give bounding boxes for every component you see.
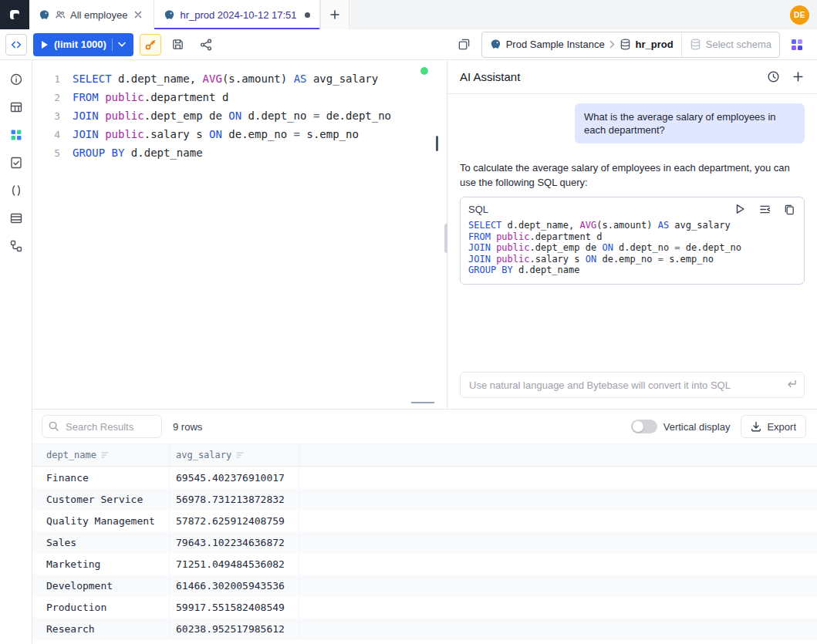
history-button[interactable] <box>766 70 780 84</box>
panel-layout-button[interactable] <box>454 34 475 56</box>
tab-all-employee[interactable]: All employee <box>29 0 154 29</box>
connection-status-dot <box>420 67 428 75</box>
table-row: Sales79643.102234636872 <box>32 531 817 553</box>
play-icon <box>41 40 49 49</box>
code-line[interactable]: 5GROUP BY d.dept_name <box>32 143 447 162</box>
postgres-icon <box>39 9 50 21</box>
table-cell[interactable]: Sales <box>32 531 170 553</box>
sql-code-card: SQL SELECT d.dept_name, AVG(s.amount) AS… <box>460 197 805 285</box>
instance-database-selector[interactable]: Prod Sample Instance hr_prod <box>482 32 681 57</box>
table-cell[interactable]: 69545.402376910017 <box>170 467 299 488</box>
run-query-button[interactable]: (limit 1000) <box>33 33 133 56</box>
ai-natural-language-input[interactable] <box>460 372 805 398</box>
sql-editor-app: All employee hr_prod 2024-10-12 17:51 DE… <box>0 0 817 644</box>
ai-sql-code[interactable]: SELECT d.dept_name, AVG(s.amount) AS avg… <box>461 217 804 284</box>
workflow-icon <box>9 239 23 253</box>
code-line[interactable]: 2FROM public.department d <box>32 88 447 106</box>
info-icon <box>9 72 23 86</box>
info-sidebar-button[interactable] <box>3 66 29 93</box>
column-header-dept_name[interactable]: dept_name <box>32 444 170 466</box>
admin-key-button[interactable] <box>140 34 161 56</box>
table-cell[interactable]: 60238.952517985612 <box>170 618 299 639</box>
schema-selector[interactable]: Select schema <box>681 32 779 57</box>
save-icon <box>171 38 184 51</box>
schema-diagram-icon <box>790 38 804 52</box>
table-cell[interactable]: 57872.625912408759 <box>170 510 299 531</box>
table-row: Finance69545.402376910017 <box>32 467 817 488</box>
close-icon[interactable] <box>132 8 144 21</box>
column-header-avg_salary[interactable]: avg_salary <box>170 444 299 466</box>
new-tab-button[interactable] <box>320 0 349 29</box>
ai-assistant-title: AI Assistant <box>460 70 755 83</box>
database-name: hr_prod <box>636 39 674 50</box>
chevron-right-icon <box>609 40 615 49</box>
new-chat-button[interactable] <box>791 70 805 84</box>
line-number: 3 <box>32 110 60 122</box>
users-icon <box>55 9 66 20</box>
workflow-sidebar-button[interactable] <box>3 233 29 259</box>
sheets-sidebar-button[interactable] <box>3 150 29 176</box>
save-button[interactable] <box>167 34 189 56</box>
table-cell[interactable]: 71251.049484536082 <box>170 553 299 575</box>
column-header-label: avg_salary <box>176 450 231 460</box>
user-avatar[interactable]: DE <box>790 5 809 25</box>
ai-code-line: SELECT d.dept_name, AVG(s.amount) AS avg… <box>468 220 796 231</box>
code-line[interactable]: 4JOIN public.salary s ON de.emp_no = s.e… <box>32 125 447 143</box>
bytebase-logo-icon[interactable] <box>0 0 29 29</box>
run-sql-button[interactable] <box>733 202 747 216</box>
table-row: Research60238.952517985612 <box>32 618 817 639</box>
search-results-input[interactable] <box>42 415 162 438</box>
functions-sidebar-button[interactable] <box>3 177 29 204</box>
sort-icon[interactable] <box>236 451 245 459</box>
vertical-display-toggle[interactable] <box>631 420 657 433</box>
table-cell[interactable]: 61466.302005943536 <box>170 575 299 596</box>
code-line[interactable]: 3JOIN public.dept_emp de ON d.dept_no = … <box>32 106 447 125</box>
results-table: dept_nameavg_salary Finance69545.4023769… <box>32 443 817 639</box>
table-icon <box>9 100 23 114</box>
tables-sidebar-button[interactable] <box>3 94 29 120</box>
ai-code-line: JOIN public.dept_emp de ON d.dept_no = d… <box>468 242 796 254</box>
share-button[interactable] <box>195 34 217 56</box>
editor-scrollbar-thumb[interactable] <box>436 136 438 151</box>
export-label: Export <box>767 421 796 433</box>
sort-icon[interactable] <box>101 451 110 459</box>
table-row: Production59917.551582408549 <box>32 596 817 618</box>
assistant-answer-text: To calculate the average salary of emplo… <box>460 160 805 190</box>
table-cell[interactable]: Marketing <box>32 553 170 575</box>
sql-editor[interactable]: 1SELECT d.dept_name, AVG(s.amount) AS av… <box>32 60 447 409</box>
copy-sql-button[interactable] <box>782 202 796 216</box>
results-panel: 9 rows Vertical display Export dept_name… <box>32 410 817 644</box>
vertical-display-label: Vertical display <box>663 421 731 433</box>
table-cell[interactable]: Production <box>32 596 170 618</box>
table-cell[interactable]: Research <box>32 618 170 639</box>
insert-sql-button[interactable] <box>758 202 771 216</box>
unsaved-changes-dot <box>305 12 310 18</box>
table-cell[interactable]: 59917.551582408549 <box>170 596 299 618</box>
table-cell[interactable]: Development <box>32 575 170 596</box>
results-body: Finance69545.402376910017Customer Servic… <box>32 467 817 639</box>
parentheses-icon <box>9 184 23 197</box>
history-sheet-sidebar-button[interactable] <box>3 205 29 231</box>
search-icon <box>48 420 59 432</box>
code-panel-toggle-button[interactable] <box>5 34 27 56</box>
table-cell[interactable]: 56978.731213872832 <box>170 488 299 510</box>
postgres-icon <box>164 9 175 21</box>
line-number: 4 <box>32 129 60 140</box>
schema-diagram-button[interactable] <box>786 34 808 56</box>
results-header-row: dept_nameavg_salary <box>32 443 817 467</box>
table-cell[interactable]: Quality Management <box>32 510 170 531</box>
sql-card-header: SQL <box>461 197 804 217</box>
ai-input-wrap <box>460 372 805 398</box>
code-line[interactable]: 1SELECT d.dept_name, AVG(s.amount) AS av… <box>32 69 447 88</box>
tab-label: All employee <box>70 9 127 21</box>
chevron-down-icon <box>118 42 126 47</box>
databases-sidebar-button[interactable] <box>3 122 29 148</box>
left-icon-sidebar <box>0 60 32 644</box>
table-cell[interactable]: 79643.102234636872 <box>170 531 299 553</box>
export-button[interactable]: Export <box>741 415 806 438</box>
ai-code-line: GROUP BY d.dept_name <box>468 265 796 276</box>
table-cell[interactable]: Finance <box>32 467 170 488</box>
tab-hr-prod[interactable]: hr_prod 2024-10-12 17:51 <box>154 0 319 29</box>
table-cell[interactable]: Customer Service <box>32 488 170 510</box>
editor-toolbar: (limit 1000) Prod Sample Instance <box>0 29 817 60</box>
